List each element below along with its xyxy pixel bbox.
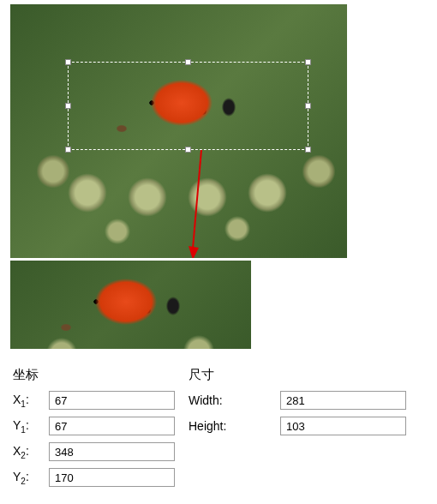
x2-input[interactable]	[49, 442, 175, 461]
y2-label: Y2:	[13, 470, 49, 486]
x1-input[interactable]	[49, 391, 175, 410]
resize-handle-w[interactable]	[65, 103, 71, 109]
crop-selection-box[interactable]	[68, 62, 308, 150]
resize-handle-ne[interactable]	[305, 59, 311, 65]
resize-handle-sw[interactable]	[65, 147, 71, 153]
resize-handle-se[interactable]	[305, 147, 311, 153]
arrow-icon	[189, 150, 214, 258]
svg-marker-1	[189, 246, 199, 258]
resize-handle-nw[interactable]	[65, 59, 71, 65]
coord-section-header: 坐标	[13, 367, 189, 383]
resize-handle-n[interactable]	[185, 59, 191, 65]
height-label: Height:	[189, 419, 244, 433]
y2-input[interactable]	[49, 468, 175, 487]
resize-handle-e[interactable]	[305, 103, 311, 109]
width-label: Width:	[189, 393, 244, 407]
x2-label: X2:	[13, 444, 49, 460]
crop-info-panel: 坐标 尺寸 X1: Width: Y1: Height: X2: Y2:	[13, 364, 424, 488]
source-image[interactable]	[10, 4, 347, 258]
x1-label: X1:	[13, 393, 49, 409]
y1-input[interactable]	[49, 417, 175, 435]
resize-handle-s[interactable]	[185, 147, 191, 153]
width-input[interactable]	[280, 391, 406, 410]
height-input[interactable]	[280, 417, 406, 435]
size-section-header: 尺寸	[189, 367, 360, 383]
svg-line-0	[193, 150, 201, 249]
cropped-preview-image	[10, 261, 251, 349]
y1-label: Y1:	[13, 418, 49, 435]
